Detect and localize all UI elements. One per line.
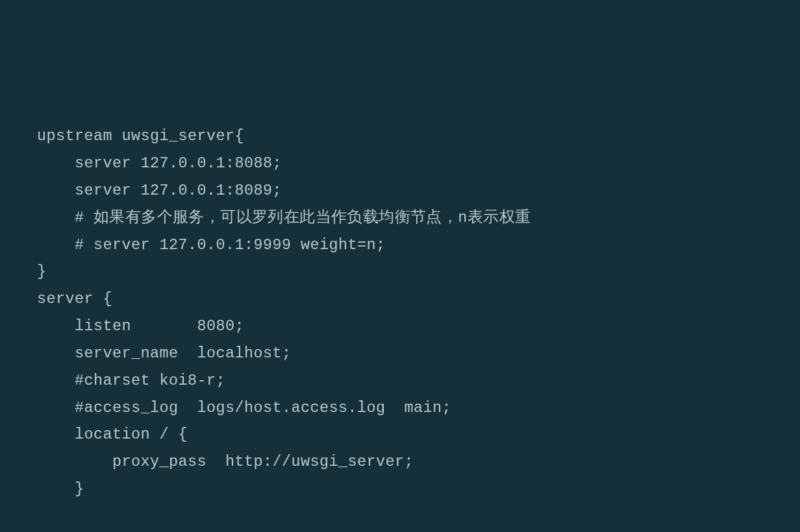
code-line: location / { <box>37 421 800 448</box>
code-line: server_name localhost; <box>37 340 800 367</box>
code-line: proxy_pass http://uwsgi_server; <box>37 448 800 476</box>
code-line: server 127.0.0.1:8088; <box>37 150 800 177</box>
code-line: # 如果有多个服务，可以罗列在此当作负载均衡节点，n表示权重 <box>37 204 800 232</box>
code-block: upstream uwsgi_server{ server 127.0.0.1:… <box>37 123 800 503</box>
code-line: #charset koi8-r; <box>37 367 800 394</box>
code-line: listen 8080; <box>37 313 800 340</box>
code-line: #access_log logs/host.access.log main; <box>37 394 800 422</box>
code-line: server 127.0.0.1:8089; <box>37 177 800 204</box>
code-line: } <box>37 476 800 503</box>
code-line: } <box>37 258 800 285</box>
code-line: # server 127.0.0.1:9999 weight=n; <box>37 232 800 259</box>
code-line: server { <box>37 285 800 313</box>
code-line: upstream uwsgi_server{ <box>37 123 800 150</box>
